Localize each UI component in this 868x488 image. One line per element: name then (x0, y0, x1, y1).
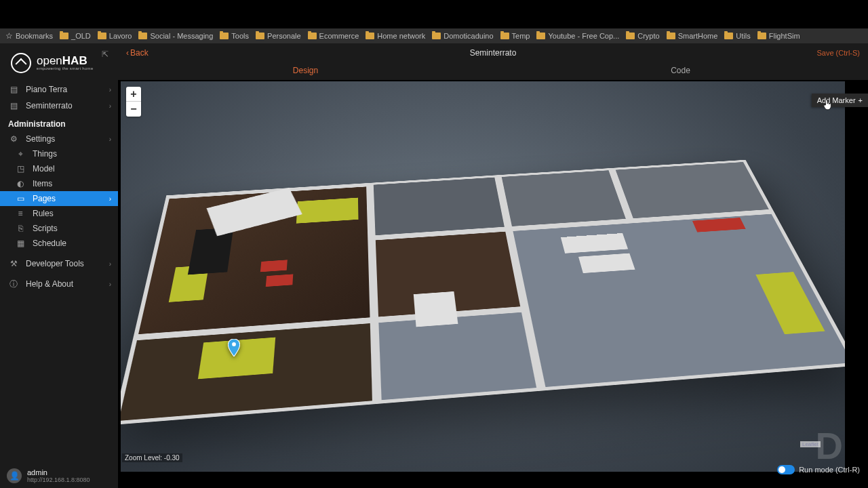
sidebar-item-settings[interactable]: ⚙ Settings › (0, 131, 118, 146)
back-button[interactable]: ‹ Back (126, 48, 149, 58)
nav-label: Seminterrato (26, 101, 73, 110)
bookmark-item[interactable]: Utils (724, 32, 750, 40)
nav-label: Help & About (26, 279, 73, 289)
sidebar-item-items[interactable]: ◐ Items (0, 176, 118, 191)
bookmark-item[interactable]: SmartHome (667, 32, 718, 40)
folder-icon (138, 33, 147, 39)
bookmark-label: SmartHome (678, 32, 718, 40)
wrench-icon: ⚒ (8, 259, 19, 268)
nav-label: Rules (33, 209, 54, 218)
nav-label: Scripts (33, 224, 58, 233)
bookmark-label: Tools (231, 32, 249, 40)
floorplan-canvas[interactable]: + − Leaflet (121, 81, 845, 472)
sidebar-item-model[interactable]: ◳ Model (0, 161, 118, 176)
save-button[interactable]: Save (Ctrl-S) (816, 49, 860, 57)
plus-icon: + (859, 96, 863, 104)
openhab-logo-icon (11, 53, 31, 73)
bookmark-item[interactable]: Youtube - Free Cop... (536, 32, 619, 40)
nav-label: Developer Tools (26, 259, 84, 268)
logo-brand-b: HAB (62, 54, 87, 67)
section-title-administration: Administration (0, 114, 118, 131)
folder-icon (500, 33, 509, 39)
pin-sidebar-button[interactable]: ⇱ (102, 49, 113, 60)
bookmark-label: Home network (377, 32, 425, 40)
bookmark-item[interactable]: Domoticaduino (432, 32, 493, 40)
nav-label: Pages (33, 194, 56, 203)
logo[interactable]: openHAB empowering the smart home (11, 53, 94, 73)
folder-icon (60, 33, 68, 39)
logo-brand-a: open (37, 54, 62, 67)
layers-icon: ▤ (8, 85, 19, 94)
bookmark-item[interactable]: FlightSim (757, 32, 800, 40)
folder-icon (366, 33, 374, 39)
bookmark-label: Temp (512, 32, 530, 40)
user-name: admin (27, 468, 90, 476)
browser-titlebar (0, 0, 868, 28)
zoom-in-button[interactable]: + (126, 87, 141, 102)
map-marker[interactable] (228, 339, 240, 357)
run-mode-label: Run mode (Ctrl-R) (799, 466, 860, 474)
bookmark-label: Lavoro (109, 32, 132, 40)
star-icon: ☆ (5, 31, 13, 41)
bookmark-label: Crypto (637, 32, 659, 40)
bookmark-item[interactable]: Personale (256, 32, 301, 40)
bookmark-item[interactable]: Home network (366, 32, 425, 40)
sidebar-item-scripts[interactable]: ⎘ Scripts (0, 221, 118, 236)
sidebar-floor-seminterrato[interactable]: ▤ Seminterrato › (0, 98, 118, 114)
run-mode-toggle[interactable] (777, 465, 795, 474)
nav-label: Things (33, 149, 57, 159)
sidebar-item-pages[interactable]: ▭ Pages › (0, 191, 118, 206)
rules-icon: ≡ (15, 209, 26, 218)
bookmark-label: Youtube - Free Cop... (548, 32, 619, 40)
toggle-icon: ◐ (15, 179, 26, 188)
folder-icon (220, 33, 229, 39)
bookmark-label: Personale (267, 32, 301, 40)
chevron-right-icon: › (109, 260, 111, 268)
bookmark-item[interactable]: _OLD (60, 32, 91, 40)
tab-design[interactable]: Design (118, 61, 493, 80)
bookmark-label: Ecommerce (319, 32, 359, 40)
avatar: 👤 (7, 468, 22, 483)
cube-icon: ◳ (15, 164, 26, 174)
page-title: Seminterrato (470, 48, 517, 58)
calendar-icon: ▦ (15, 239, 26, 248)
chevron-right-icon: › (109, 195, 111, 203)
floorplan-3d (121, 160, 845, 425)
bookmark-item[interactable]: Social - Messaging (138, 32, 213, 40)
sidebar-item-things[interactable]: ⌖ Things (0, 146, 118, 161)
logo-area: openHAB empowering the smart home ⇱ (0, 44, 118, 81)
zoom-out-button[interactable]: − (126, 102, 141, 117)
folder-icon (256, 33, 264, 39)
tabs: Design Code (118, 61, 868, 80)
info-icon: ⓘ (8, 279, 19, 290)
zoom-level-label: Zoom Level: -0.30 (122, 453, 182, 462)
sidebar: openHAB empowering the smart home ⇱ ▤ Pi… (0, 44, 118, 488)
sidebar-item-rules[interactable]: ≡ Rules (0, 206, 118, 221)
canvas-area: + − Leaflet Add Marker + Zoom Level: -0.… (118, 80, 868, 488)
user-row[interactable]: 👤 admin http://192.168.1.8:8080 (0, 464, 118, 488)
add-marker-button[interactable]: Add Marker + (812, 94, 868, 107)
folder-icon (98, 33, 106, 39)
leaflet-attribution[interactable]: Leaflet (800, 441, 821, 447)
user-url: http://192.168.1.8:8080 (27, 476, 90, 483)
sidebar-item-help-about[interactable]: ⓘ Help & About › (0, 277, 118, 291)
bookmark-item[interactable]: Lavoro (98, 32, 132, 40)
tab-code[interactable]: Code (493, 61, 868, 80)
back-label: Back (130, 48, 149, 58)
bookmark-item[interactable]: ☆Bookmarks (5, 31, 53, 41)
run-mode-row: Run mode (Ctrl-R) (777, 465, 860, 474)
sidebar-floor-piano-terra[interactable]: ▤ Piano Terra › (0, 81, 118, 98)
bookmark-label: _OLD (71, 32, 91, 40)
bookmark-item[interactable]: Crypto (626, 32, 659, 40)
folder-icon (667, 33, 675, 39)
bookmark-label: Utils (736, 32, 750, 40)
bookmark-item[interactable]: Temp (500, 32, 530, 40)
folder-icon (432, 33, 441, 39)
nav-label: Items (33, 179, 52, 188)
nav-label: Schedule (33, 239, 66, 248)
sidebar-item-schedule[interactable]: ▦ Schedule (0, 236, 118, 251)
bookmark-item[interactable]: Tools (220, 32, 249, 40)
bookmark-item[interactable]: Ecommerce (308, 32, 359, 40)
sidebar-item-developer-tools[interactable]: ⚒ Developer Tools › (0, 256, 118, 271)
add-marker-label: Add Marker (817, 96, 856, 104)
